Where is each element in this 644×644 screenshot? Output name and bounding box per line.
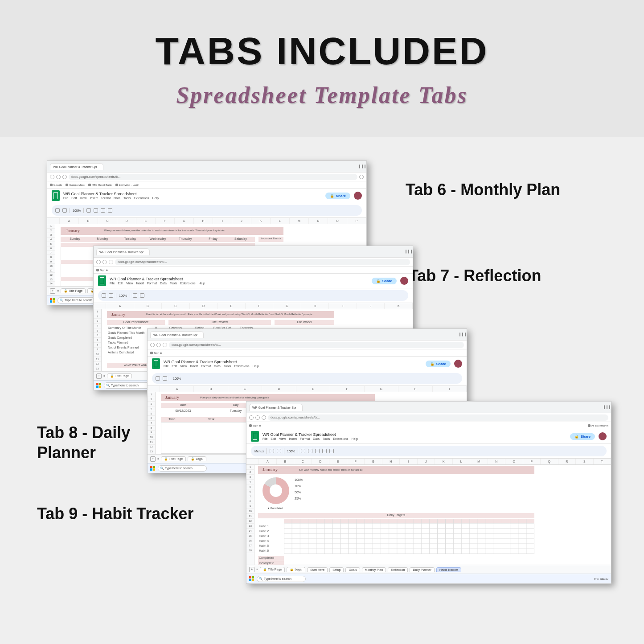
menu-bar: File Edit View Insert Format Data Tools … bbox=[63, 197, 159, 200]
month-label: January bbox=[111, 312, 125, 317]
menu-edit[interactable]: Edit bbox=[71, 197, 77, 200]
browser-tab[interactable]: WR Goal Planner & Tracker Spr bbox=[96, 248, 150, 255]
browser-tab[interactable]: WR Goal Planner & Tracker Spr bbox=[50, 163, 103, 170]
add-sheet-button[interactable]: + bbox=[50, 288, 55, 294]
sheets-icon[interactable] bbox=[52, 190, 60, 201]
bookmark-item[interactable]: Google bbox=[50, 184, 62, 186]
important-events-header: Important Events bbox=[258, 237, 283, 240]
sheets-icon[interactable] bbox=[251, 431, 259, 442]
caption-tab-7: Tab 7 - Reflection bbox=[409, 266, 541, 286]
toolbar-button[interactable] bbox=[55, 208, 60, 213]
menu-help[interactable]: Help bbox=[152, 197, 158, 200]
header-band: TABS INCLUDED Spreadsheet Template Tabs bbox=[0, 0, 644, 137]
day-header: Wednesday bbox=[144, 237, 171, 240]
caption-tab-6: Tab 6 - Monthly Plan bbox=[406, 180, 560, 200]
bookmark-item[interactable]: Google Meet bbox=[66, 184, 84, 186]
sheet-tab-active[interactable]: Habit Tracker bbox=[436, 567, 461, 572]
sheet-tab[interactable]: Monthly Plan bbox=[362, 567, 386, 572]
sheet-tab[interactable]: Reflection bbox=[388, 567, 408, 572]
sheet-tab[interactable]: 🔒 Title Page bbox=[260, 567, 285, 572]
spreadsheet-grid[interactable]: ABCDEFGHIJKLMNOPQRST 1234567891011121314… bbox=[246, 458, 611, 565]
avatar[interactable] bbox=[354, 192, 362, 200]
menu-data[interactable]: Data bbox=[114, 197, 120, 200]
column-headers: ABCDEFGHIJKLMNOP bbox=[47, 218, 366, 224]
caption-tab-9: Tab 9 - Habit Tracker bbox=[37, 504, 193, 524]
month-label: January bbox=[66, 228, 80, 233]
bookmark-item[interactable]: RBC Royal Bank bbox=[88, 184, 112, 186]
url-input[interactable]: docs.google.com/spreadsheets/d/... bbox=[115, 259, 410, 265]
reload-icon[interactable] bbox=[62, 175, 67, 179]
sheets-icon[interactable] bbox=[152, 358, 160, 369]
share-button[interactable]: 🔒Share bbox=[325, 193, 350, 199]
day-header: Monday bbox=[89, 237, 116, 240]
menu-extensions[interactable]: Extensions bbox=[134, 197, 149, 200]
bookmark-item[interactable]: EasyWeb - Login bbox=[115, 184, 139, 186]
day-header: Sunday bbox=[62, 237, 88, 240]
day-header: Tuesday bbox=[117, 237, 144, 240]
windows-start-icon[interactable] bbox=[249, 576, 254, 581]
add-sheet-button[interactable]: + bbox=[249, 567, 254, 572]
url-input[interactable]: docs.google.com/spreadsheets/d/... bbox=[69, 174, 357, 180]
day-header: Saturday bbox=[227, 237, 254, 240]
perf-header: Goal Performance bbox=[107, 320, 165, 324]
screenshot-habit-tracker: WR Goal Planner & Tracker Spr docs.googl… bbox=[246, 401, 611, 584]
page-title: TABS INCLUDED bbox=[156, 29, 489, 73]
sheet-tab[interactable]: Daily Planner bbox=[410, 567, 435, 572]
lock-icon: 🔒 bbox=[330, 194, 334, 198]
sheet-tab[interactable]: 🔒 Title Page bbox=[61, 288, 86, 293]
address-bar-row: docs.google.com/spreadsheets/d/... bbox=[47, 172, 366, 181]
caption-tab-8: Tab 8 - Daily Planner bbox=[37, 422, 162, 463]
forward-icon[interactable] bbox=[56, 175, 61, 179]
all-sheets-icon[interactable]: ≡ bbox=[256, 568, 258, 571]
browser-tab-strip: WR Goal Planner & Tracker Spr bbox=[47, 161, 366, 172]
windows-start-icon[interactable] bbox=[50, 298, 55, 303]
menu-file[interactable]: File bbox=[63, 197, 68, 200]
window-controls[interactable] bbox=[359, 164, 364, 169]
share-button[interactable]: 🔒Share bbox=[426, 361, 451, 367]
row-headers: 1234567891011121314 bbox=[47, 224, 55, 286]
share-button[interactable]: 🔒Share bbox=[570, 433, 595, 440]
doc-title[interactable]: WR Goal Planner & Tracker Spreadsheet bbox=[110, 277, 205, 281]
zoom-level[interactable]: 100% bbox=[73, 209, 81, 212]
habit-grid-lines bbox=[284, 519, 534, 554]
toolbar-button[interactable] bbox=[101, 208, 105, 213]
share-button[interactable]: 🔒Share bbox=[372, 278, 397, 284]
all-sheets-icon[interactable]: ≡ bbox=[57, 289, 59, 292]
menu-insert[interactable]: Insert bbox=[90, 197, 98, 200]
day-header: Thursday bbox=[172, 237, 199, 240]
toolbar-button[interactable] bbox=[62, 208, 67, 213]
sheet-tab-strip: +≡ 🔒 Title Page 🔒 Legal Start Here Setup… bbox=[246, 565, 611, 574]
sheet-tab[interactable]: Start Here bbox=[307, 567, 328, 572]
menu-format[interactable]: Format bbox=[101, 197, 111, 200]
review-header: Life Review bbox=[168, 320, 271, 324]
toolbar-button[interactable] bbox=[86, 208, 91, 213]
sheet-tab[interactable]: Goals bbox=[345, 567, 360, 572]
back-icon[interactable] bbox=[50, 175, 54, 179]
hint-text: Use this tab at the end of your month. R… bbox=[146, 313, 324, 316]
page-subtitle: Spreadsheet Template Tabs bbox=[176, 82, 468, 108]
progress-donut-chart bbox=[263, 477, 289, 504]
toolbar-button[interactable] bbox=[108, 208, 112, 213]
browser-tab[interactable]: WR Goal Planner & Tracker Spr bbox=[150, 331, 204, 338]
avatar[interactable] bbox=[400, 277, 408, 285]
bookmarks-bar: Google Google Meet RBC Royal Bank EasyWe… bbox=[47, 181, 366, 189]
toolbar: 100% bbox=[52, 205, 362, 216]
extensions-icon[interactable] bbox=[359, 175, 364, 179]
day-header: Friday bbox=[200, 237, 226, 240]
doc-header: WR Goal Planner & Tracker Spreadsheet Fi… bbox=[47, 189, 366, 203]
sheet-tab[interactable]: 🔒 Legal bbox=[287, 567, 305, 572]
toolbar-button[interactable] bbox=[94, 208, 98, 213]
sheets-icon[interactable] bbox=[98, 275, 106, 286]
month-hint: Plan your month here; use the calendar t… bbox=[104, 229, 225, 232]
daily-targets-header: Daily Targets bbox=[258, 513, 534, 517]
menu-tools[interactable]: Tools bbox=[123, 197, 131, 200]
menu-view[interactable]: View bbox=[80, 197, 86, 200]
taskbar-search[interactable]: 🔍 Type here to search bbox=[257, 576, 306, 582]
add-sheet-button[interactable]: + bbox=[96, 373, 102, 379]
wheel-header: Life Wheel bbox=[275, 320, 334, 324]
doc-title[interactable]: WR Goal Planner & Tracker Spreadsheet bbox=[63, 192, 159, 196]
sheet-tab[interactable]: Setup bbox=[329, 567, 344, 572]
